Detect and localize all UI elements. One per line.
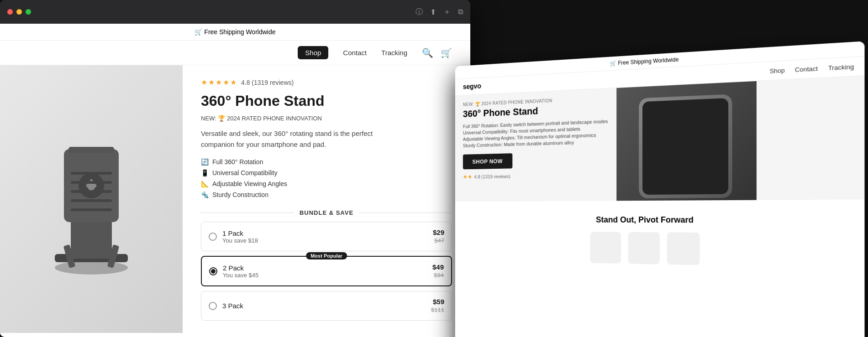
feature-item: 📐 Adjustable Viewing Angles — [201, 180, 452, 187]
browser2-hero: NEW: 🏆 2024 RATED PHONE INNOVATION 360° … — [455, 76, 865, 202]
badge-text: NEW: 🏆 2024 RATED PHONE INNOVATION — [201, 115, 322, 122]
product-description: Versatile and sleek, our 360° rotating s… — [201, 128, 374, 150]
svg-rect-11 — [71, 199, 112, 202]
browser2-rating-text: 4.8 (1319 reviews) — [474, 174, 510, 180]
browser2-links: Shop Contact Tracking — [770, 63, 854, 75]
browser-titlebar: ⓘ ⬆ ＋ ⧉ — [0, 0, 470, 24]
search-icon[interactable]: 🔍 — [422, 47, 433, 58]
radio-2pack[interactable] — [209, 267, 217, 275]
nav-links: Shop Contact Tracking — [298, 46, 407, 59]
feature-item: 🔄 Full 360° Rotation — [201, 158, 452, 166]
most-popular-badge: Most Popular — [306, 252, 347, 259]
bundle-current-price-2pack: $49 — [432, 263, 444, 271]
bundle-option-2pack[interactable]: Most Popular 2 Pack You save $45 $49 $94 — [201, 256, 452, 286]
product-image — [0, 65, 183, 333]
bundle-option-1pack[interactable]: 1 Pack You save $18 $29 $47 — [201, 222, 452, 251]
phone-screen — [642, 98, 728, 195]
new-tab-icon[interactable]: ＋ — [443, 7, 451, 17]
share-icon[interactable]: ⬆ — [430, 8, 436, 16]
bundle-name-3pack: 3 Pack — [222, 302, 426, 310]
product-title: 360° Phone Stand — [201, 92, 452, 109]
bundle-prices-3pack: $59 $111 — [431, 298, 444, 314]
feature-text-4: Sturdy Construction — [212, 191, 268, 198]
nav-contact-link[interactable]: Contact — [343, 49, 367, 57]
maximize-button[interactable] — [26, 9, 31, 15]
browser2-logo: segvo — [463, 82, 481, 91]
bundle-info-2pack: 2 Pack You save $45 — [223, 264, 427, 279]
minimize-button[interactable] — [16, 9, 22, 15]
feature-text-3: Adjustable Viewing Angles — [212, 180, 287, 187]
bundle-header: BUNDLE & SAVE — [201, 209, 452, 216]
browser2-announcement-text: 🛒 Free Shipping Worldwide — [610, 56, 679, 67]
browser-controls — [7, 9, 31, 15]
browser-window-secondary: 🛒 Free Shipping Worldwide segvo Shop Con… — [455, 41, 865, 337]
bundle-section: BUNDLE & SAVE 1 Pack You save $18 $29 $4… — [201, 209, 452, 321]
bundle-original-price-2pack: $94 — [434, 272, 444, 279]
feature-text-1: Full 360° Rotation — [212, 158, 263, 166]
feature-icon-3: 📐 — [201, 180, 209, 187]
bundle-prices-1pack: $29 $47 — [433, 228, 444, 244]
bundle-prices-2pack: $49 $94 — [432, 263, 444, 279]
bundle-save-2pack: You save $45 — [223, 272, 427, 279]
product-image-area — [0, 65, 183, 333]
svg-rect-8 — [71, 172, 112, 175]
feature-icon-4: 🔩 — [201, 191, 209, 198]
feature-icon-1: 🔄 — [201, 158, 209, 166]
browser2-cta-button[interactable]: SHOP NOW — [463, 153, 512, 169]
nav-shop-link[interactable]: Shop — [298, 46, 328, 59]
svg-rect-5 — [68, 147, 114, 153]
browser-toolbar: ⓘ ⬆ ＋ ⧉ — [416, 7, 463, 17]
feature-text-2: Universal Compatibility — [212, 169, 277, 176]
browser2-feature-icon-2 — [628, 232, 660, 264]
feature-icon-2: 📱 — [201, 169, 209, 176]
nav-icons: 🔍 🛒 — [422, 47, 452, 58]
browser2-below-hero: Stand Out, Pivot Forward — [455, 199, 865, 276]
bundle-divider-left — [201, 213, 294, 213]
bundle-current-price-3pack: $59 — [431, 298, 444, 306]
browser2-section-title: Stand Out, Pivot Forward — [463, 215, 854, 226]
feature-item: 📱 Universal Compatibility — [201, 169, 452, 176]
browser2-shop-link[interactable]: Shop — [770, 67, 785, 75]
bundle-label: BUNDLE & SAVE — [300, 209, 353, 216]
product-details: ★★★★★ 4.8 (1319 reviews) 360° Phone Stan… — [183, 65, 470, 333]
radio-inner-2pack — [211, 269, 216, 274]
browser2-feature-icon-1 — [590, 232, 621, 264]
announcement-bar: 🛒 Free Shipping Worldwide — [0, 24, 470, 41]
browser2-rating: ★★ 4.8 (1319 reviews) — [463, 170, 608, 180]
svg-rect-10 — [71, 190, 112, 193]
copy-icon[interactable]: ⧉ — [458, 8, 463, 16]
svg-rect-12 — [71, 208, 112, 211]
svg-rect-9 — [71, 181, 112, 184]
cart-icon[interactable]: 🛒 — [441, 47, 452, 58]
bundle-info-1pack: 1 Pack You save $18 — [222, 229, 427, 244]
product-badge: NEW: 🏆 2024 RATED PHONE INNOVATION — [201, 115, 452, 122]
bundle-info-3pack: 3 Pack — [222, 302, 426, 310]
browser2-tracking-link[interactable]: Tracking — [828, 63, 854, 72]
radio-1pack[interactable] — [209, 233, 217, 241]
browser2-contact-link[interactable]: Contact — [795, 65, 818, 73]
announcement-text: 🛒 Free Shipping Worldwide — [195, 28, 275, 36]
bundle-save-1pack: You save $18 — [222, 237, 427, 244]
close-button[interactable] — [7, 9, 13, 15]
browser2-feature-icon-3 — [667, 232, 700, 265]
nav-tracking-link[interactable]: Tracking — [381, 49, 407, 57]
info-icon[interactable]: ⓘ — [416, 7, 423, 17]
feature-list: 🔄 Full 360° Rotation 📱 Universal Compati… — [201, 158, 452, 198]
page-content: 🛒 Free Shipping Worldwide Shop Contact T… — [0, 24, 470, 337]
browser2-stars: ★★ — [463, 173, 473, 180]
bundle-divider-right — [359, 213, 452, 213]
product-stand-svg — [27, 113, 155, 286]
bundle-name-2pack: 2 Pack — [223, 264, 427, 272]
feature-item: 🔩 Sturdy Construction — [201, 191, 452, 198]
rating-text: 4.8 (1319 reviews) — [241, 79, 294, 86]
browser2-hero-content: NEW: 🏆 2024 RATED PHONE INNOVATION 360° … — [455, 88, 617, 202]
bundle-option-3pack[interactable]: 3 Pack $59 $111 — [201, 291, 452, 321]
bundle-name-1pack: 1 Pack — [222, 229, 427, 237]
bundle-current-price-1pack: $29 — [433, 228, 444, 236]
phone-image — [639, 94, 732, 198]
radio-3pack[interactable] — [209, 302, 217, 310]
browser-window-main: ⓘ ⬆ ＋ ⧉ 🛒 Free Shipping Worldwide Shop C… — [0, 0, 470, 337]
bundle-original-price-1pack: $47 — [434, 237, 444, 244]
svg-point-0 — [55, 261, 128, 275]
product-area: ★★★★★ 4.8 (1319 reviews) 360° Phone Stan… — [0, 65, 470, 333]
